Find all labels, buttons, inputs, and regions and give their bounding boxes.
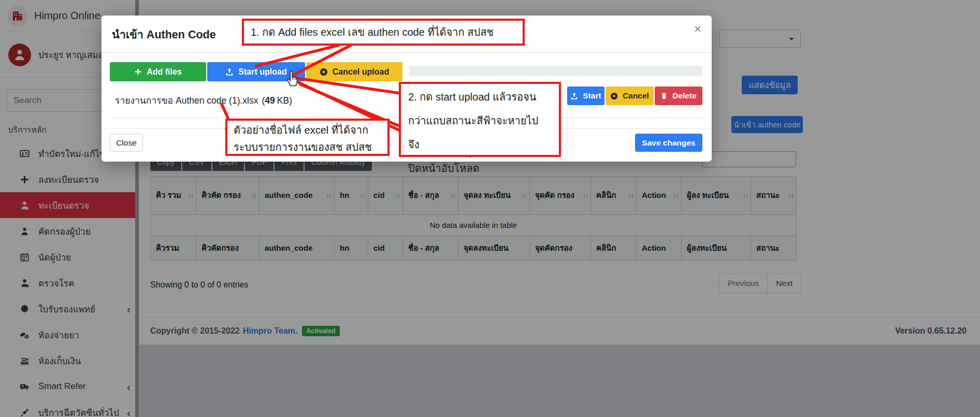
save-changes-button[interactable]: Save changes — [635, 134, 702, 152]
add-files-button[interactable]: Add files — [110, 62, 206, 81]
annotation-step2: 2. กด start upload แล้วรอจน กว่าแถบสถานะ… — [399, 82, 561, 157]
annotation-file-example: ตัวอย่างชื่อไฟล์ excel ที่ได้จาก ระบบราย… — [225, 119, 390, 156]
cancel-upload-button[interactable]: Cancel upload — [306, 62, 402, 81]
modal-close-button[interactable]: Close — [110, 134, 143, 152]
trash-icon — [660, 92, 668, 99]
upload-icon — [225, 68, 234, 76]
modal-title: นำเข้า Authen Code — [112, 25, 216, 43]
plus-icon — [134, 68, 142, 76]
upload-button-row: Add files Start upload Cancel upload — [110, 62, 402, 81]
start-upload-button[interactable]: Start upload — [207, 62, 305, 81]
cancel-circle-icon — [320, 68, 328, 76]
cancel-circle-icon — [610, 92, 618, 100]
upload-icon — [570, 92, 578, 100]
file-cancel-button[interactable]: Cancel — [606, 87, 654, 105]
uploaded-file-name: รายงานการขอ Authen code (1).xlsx49KB — [115, 93, 292, 108]
file-size: 49KB — [262, 95, 292, 106]
upload-progress-bar — [409, 66, 702, 76]
file-delete-button[interactable]: Delete — [655, 87, 702, 105]
file-start-button[interactable]: Start — [567, 87, 604, 105]
annotation-step1: 1. กด Add files excel เลข authen code ที… — [242, 19, 525, 46]
file-action-buttons: Start Cancel Delete — [567, 87, 702, 105]
close-icon[interactable]: × — [694, 22, 701, 36]
